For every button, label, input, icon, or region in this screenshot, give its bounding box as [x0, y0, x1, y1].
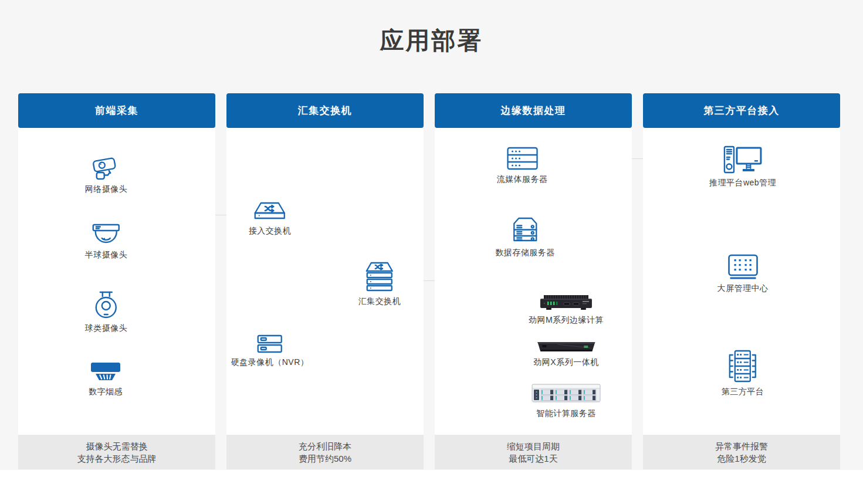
deployment-diagram-page: 应用部署 前端采集 摄像头无需替换: [0, 0, 863, 504]
item-label: 汇集交换机: [358, 296, 401, 307]
column-footer: 异常事件报警 危险1秒发觉: [643, 435, 840, 469]
footer-line: 危险1秒发觉: [717, 452, 766, 465]
item-label: 硬盘录像机（NVR）: [231, 357, 309, 368]
item-dome-camera: 半球摄像头: [85, 223, 128, 261]
item-ball-camera: 球类摄像头: [85, 290, 128, 334]
bullet-camera-icon: [91, 155, 121, 181]
column-header: 汇集交换机: [226, 93, 424, 128]
item-label: 劲网X系列一体机: [533, 357, 598, 368]
footer-line: 充分利旧降本: [299, 440, 351, 452]
item-label: 数字烟感: [89, 387, 123, 397]
item-big-screen-center: 大屏管理中心: [718, 253, 769, 294]
item-label: 第三方平台: [722, 387, 764, 397]
item-compute-server: 智能计算服务器: [531, 381, 601, 419]
m-series-device-image: [538, 294, 594, 312]
web-management-icon: [722, 145, 763, 174]
column-frontend-capture: 前端采集 摄像头无需替换 支持各大形态与品牌: [18, 93, 215, 469]
aggregation-switch-icon: [361, 261, 398, 293]
item-storage-server: 数据存储服务器: [495, 216, 555, 258]
column-footer: 摄像头无需替换 支持各大形态与品牌: [18, 435, 215, 469]
footer-line: 异常事件报警: [715, 440, 768, 452]
item-aggregation-switch: 汇集交换机: [358, 261, 401, 307]
item-label: 流媒体服务器: [497, 174, 548, 185]
item-label: 球类摄像头: [85, 323, 128, 334]
item-label: 半球摄像头: [85, 250, 128, 261]
column-header: 前端采集: [18, 93, 215, 128]
footer-line: 摄像头无需替换: [86, 440, 148, 452]
nvr-icon: [255, 334, 285, 354]
column-footer: 充分利旧降本 费用节约50%: [226, 435, 424, 469]
item-label: 网络摄像头: [85, 184, 128, 195]
column-header: 第三方平台接入: [643, 93, 840, 128]
footer-line: 最低可达1天: [509, 452, 557, 465]
media-server-icon: [505, 146, 539, 171]
item-label: 劲网M系列边缘计算: [529, 315, 604, 326]
third-party-platform-icon: [727, 349, 759, 383]
item-network-camera: 网络摄像头: [85, 155, 128, 195]
item-label: 大屏管理中心: [718, 283, 769, 294]
item-label: 智能计算服务器: [536, 408, 596, 419]
item-label: 推理平台web管理: [709, 178, 776, 188]
page-title: 应用部署: [0, 25, 863, 57]
item-smoke-sensor: 数字烟感: [89, 361, 123, 397]
ball-camera-icon: [93, 290, 120, 320]
item-m-series-edge: 劲网M系列边缘计算: [529, 294, 604, 326]
item-web-management: 推理平台web管理: [709, 145, 776, 188]
dome-camera-icon: [91, 223, 121, 246]
item-nvr: 硬盘录像机（NVR）: [231, 334, 309, 368]
footer-line: 支持各大形态与品牌: [77, 452, 157, 465]
item-access-switch: 接入交换机: [249, 200, 292, 236]
x-series-device-image: [534, 339, 598, 354]
footer-line: 缩短项目周期: [507, 440, 560, 452]
item-label: 接入交换机: [249, 226, 292, 236]
item-media-server: 流媒体服务器: [497, 146, 548, 185]
compute-server-image: [531, 381, 601, 405]
item-label: 数据存储服务器: [495, 248, 555, 258]
footer-line: 费用节约50%: [299, 452, 351, 465]
column-header: 边缘数据处理: [435, 93, 632, 128]
smoke-sensor-icon: [89, 361, 123, 383]
big-screen-icon: [726, 253, 760, 280]
storage-server-icon: [510, 216, 540, 244]
access-switch-icon: [253, 200, 287, 222]
item-x-series-appliance: 劲网X系列一体机: [533, 339, 598, 368]
column-footer: 缩短项目周期 最低可达1天: [435, 435, 632, 469]
item-third-party-platform: 第三方平台: [722, 349, 764, 397]
